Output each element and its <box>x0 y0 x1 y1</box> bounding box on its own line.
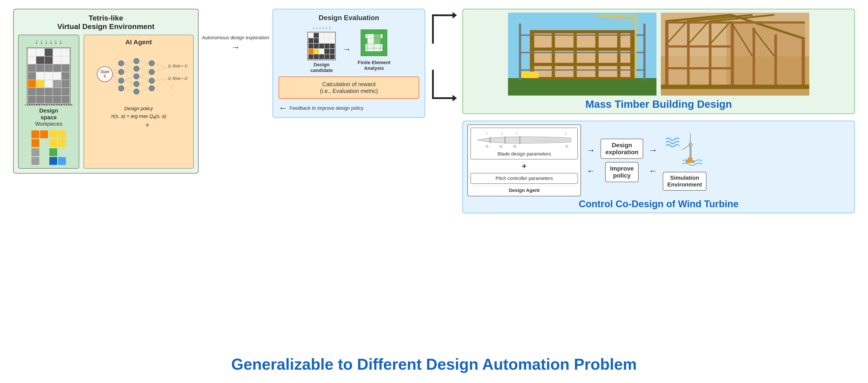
svg-rect-68 <box>552 30 555 78</box>
svg-rect-69 <box>574 30 577 78</box>
autonomous-label: Autonomous design exploration <box>202 35 269 41</box>
left-panel-inner: ↓ ↓ ↓ ↓ ↓ ↓ <box>18 35 194 169</box>
svg-rect-49 <box>383 30 387 56</box>
arrow-down-6: ↓ <box>59 38 62 45</box>
svg-line-26 <box>124 76 134 81</box>
svg-text:r₂: r₂ <box>500 144 502 148</box>
tetris-title: Tetris-like Virtual Design Environment <box>18 14 194 31</box>
svg-point-12 <box>149 61 154 66</box>
mini-arrow-3: ↓ <box>319 25 321 30</box>
bottom-title: Generalizable to Different Design Automa… <box>228 352 640 377</box>
piece-3 <box>31 139 39 147</box>
svg-point-4 <box>119 69 124 75</box>
fea-visual <box>359 28 389 58</box>
design-candidate-label: Design candidate <box>310 62 333 73</box>
workpieces-label: Workpieces <box>35 121 62 127</box>
photos-row <box>467 13 850 96</box>
ai-agent-title: AI Agent <box>125 38 152 46</box>
design-space-label: Design space <box>39 107 58 121</box>
svg-rect-67 <box>530 30 534 78</box>
svg-rect-103 <box>665 67 731 69</box>
svg-line-36 <box>139 84 149 88</box>
arrow-down-4: ↓ <box>50 38 53 45</box>
svg-rect-72 <box>630 30 634 78</box>
feedback-label: Feedback to improve design policy <box>289 105 364 111</box>
svg-rect-97 <box>731 22 734 87</box>
svg-rect-88 <box>665 22 731 87</box>
design-grid <box>27 47 70 104</box>
svg-text:. . . . . . . . . . .: . . . . . . . . . . . <box>535 137 560 142</box>
left-panel: Tetris-like Virtual Design Environment ↓… <box>13 9 199 174</box>
svg-line-18 <box>113 74 119 81</box>
svg-rect-81 <box>519 69 646 71</box>
svg-text:r₃: r₃ <box>514 144 516 148</box>
svg-rect-61 <box>380 38 383 44</box>
building-svg-2 <box>661 13 809 96</box>
svg-rect-65 <box>508 78 656 96</box>
svg-marker-63 <box>453 95 457 101</box>
svg-rect-85 <box>521 72 538 78</box>
blade-params-box: r₁ r₂ r₃ rₙ . . . . . . . . . . . ↓ ↓ ↓ <box>470 128 578 160</box>
svg-line-33 <box>139 72 149 76</box>
tetris-area: ↓ ↓ ↓ ↓ ↓ ↓ <box>18 35 79 169</box>
svg-rect-80 <box>519 52 646 53</box>
piece-4 <box>49 131 57 138</box>
mini-arrows: ↓ ↓ ↓ ↓ ↓ ↓ <box>312 25 331 30</box>
wind-explore-col: Design exploration Improve policy <box>600 139 643 182</box>
design-candidate-box: ↓ ↓ ↓ ↓ ↓ ↓ Design candidate <box>307 25 336 73</box>
svg-point-7 <box>134 59 139 64</box>
svg-point-3 <box>119 61 124 66</box>
piece-2 <box>40 131 48 138</box>
left-arrow-feedback: ← <box>279 103 287 113</box>
svg-line-31 <box>139 63 149 69</box>
svg-text:↓: ↓ <box>486 131 488 135</box>
pitch-params-box: Pitch controller parameters <box>470 173 578 184</box>
svg-rect-58 <box>365 38 367 44</box>
arrows-row: ↓ ↓ ↓ ↓ ↓ ↓ <box>35 38 62 45</box>
svg-rect-73 <box>530 30 634 33</box>
svg-rect-59 <box>367 38 374 44</box>
upper-connector-svg <box>431 9 457 48</box>
mini-arrow-2: ↓ <box>316 25 318 30</box>
wind-turbine-svg <box>665 131 704 170</box>
mini-arrow-4: ↓ <box>322 25 324 30</box>
svg-rect-57 <box>374 34 380 38</box>
svg-rect-60 <box>374 38 380 44</box>
svg-point-6 <box>119 86 124 91</box>
piece-6 <box>49 139 57 147</box>
blade-params-label: Blade design parameters <box>473 151 575 157</box>
svg-rect-83 <box>595 15 637 16</box>
piece-8 <box>31 148 39 156</box>
fea-box: Finite Element Analysis <box>358 28 390 71</box>
blade-vis-svg: r₁ r₂ r₃ rₙ . . . . . . . . . . . ↓ ↓ ↓ <box>473 130 575 150</box>
lower-connector-svg <box>431 65 457 105</box>
svg-rect-74 <box>530 47 634 51</box>
design-policy-label: Design policy <box>124 106 153 111</box>
piece-12 <box>58 157 66 165</box>
arrow-down-2: ↓ <box>40 38 43 45</box>
mass-timber-title: Mass Timber Building Design <box>467 98 850 110</box>
mini-arrow-1: ↓ <box>312 25 315 30</box>
svg-text:rₙ: rₙ <box>566 144 568 148</box>
svg-rect-102 <box>665 45 731 47</box>
design-exploration-label: Design exploration <box>606 142 638 156</box>
svg-rect-95 <box>687 22 690 87</box>
piece-9 <box>31 157 39 165</box>
eval-arrow: → <box>342 44 351 54</box>
svg-line-30 <box>139 61 149 63</box>
svg-text:↓: ↓ <box>516 131 518 135</box>
svg-line-22 <box>124 63 134 76</box>
svg-line-35 <box>139 81 149 84</box>
wind-middle-arrows: → ← <box>584 145 597 176</box>
svg-text:Q_θ(s|a = 2): Q_θ(s|a = 2) <box>168 76 188 80</box>
mini-arrow-6: ↓ <box>329 25 331 30</box>
svg-point-8 <box>134 66 139 71</box>
svg-rect-75 <box>530 63 634 66</box>
svg-text:↓: ↓ <box>501 131 503 135</box>
svg-rect-89 <box>726 22 805 87</box>
svg-point-14 <box>149 78 154 83</box>
svg-line-28 <box>124 84 134 88</box>
design-eval-inner: ↓ ↓ ↓ ↓ ↓ ↓ Design candidate <box>307 25 390 73</box>
middle-panel: Design Evaluation ↓ ↓ ↓ ↓ ↓ ↓ <box>273 9 425 118</box>
building-photo-2 <box>661 13 809 96</box>
